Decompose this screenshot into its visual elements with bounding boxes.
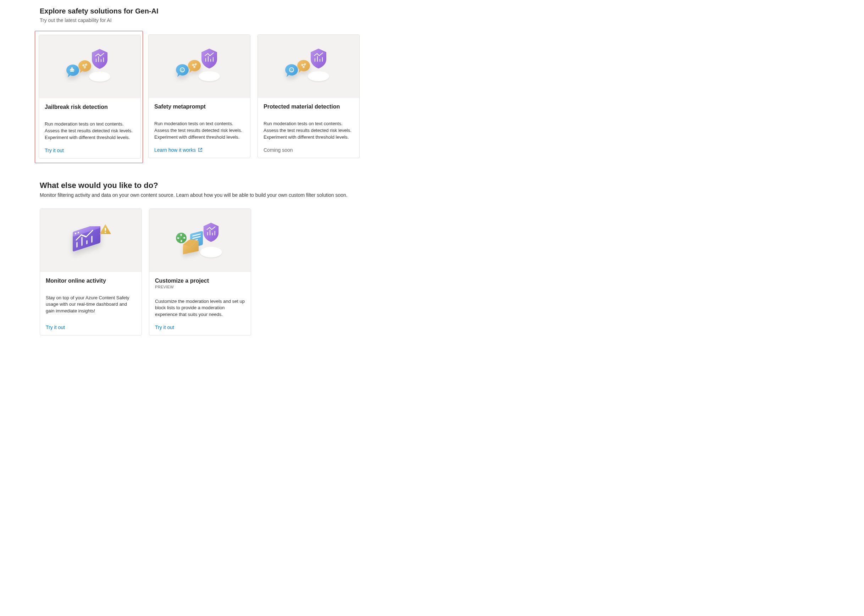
shield-icon xyxy=(90,48,110,69)
svg-rect-21 xyxy=(105,228,106,231)
shield-icon xyxy=(200,48,219,69)
card-description: Run moderation tests on text contents. A… xyxy=(45,121,135,141)
safety-icon-cluster: C xyxy=(280,45,337,88)
speech-bubble-icon: C xyxy=(284,63,299,79)
card-customize-project[interactable]: Customize a project PREVIEW Customize th… xyxy=(149,209,251,336)
section-subtitle: Try out the latest capability for AI xyxy=(14,17,850,23)
card-illustration xyxy=(40,209,141,272)
svg-point-37 xyxy=(180,237,183,239)
external-link-icon xyxy=(198,148,203,152)
card-protected-material[interactable]: C Protected material detection Run moder… xyxy=(258,35,360,158)
link-label: Learn how it works xyxy=(154,147,196,153)
section-title: What else would you like to do? xyxy=(14,181,850,190)
safety-icon-cluster xyxy=(61,46,118,88)
try-it-out-link[interactable]: Try it out xyxy=(45,148,135,153)
section-what-else: What else would you like to do? Monitor … xyxy=(14,181,850,336)
section-subtitle: Monitor filtering activity and data on y… xyxy=(14,192,850,198)
card-monitor-activity[interactable]: Monitor online activity Stay on top of y… xyxy=(40,209,142,336)
speech-bubble-icon xyxy=(65,63,80,79)
section-explore-safety: Explore safety solutions for Gen-AI Try … xyxy=(14,7,850,163)
gear-icon xyxy=(175,232,187,244)
card-title: Safety metaprompt xyxy=(154,104,244,110)
highlight-box: Jailbreak risk detection Run moderation … xyxy=(35,31,143,163)
card-description: Stay on top of your Azure Content Safety… xyxy=(46,295,136,315)
section-title: Explore safety solutions for Gen-AI xyxy=(14,7,850,15)
monitor-icon xyxy=(68,219,114,262)
card-title: Jailbreak risk detection xyxy=(45,104,135,110)
card-jailbreak[interactable]: Jailbreak risk detection Run moderation … xyxy=(39,35,141,159)
shield-icon xyxy=(309,48,328,69)
learn-how-link[interactable]: Learn how it works xyxy=(154,147,244,153)
try-it-out-link[interactable]: Try it out xyxy=(46,324,136,330)
svg-rect-6 xyxy=(71,68,73,69)
svg-point-4 xyxy=(71,70,72,71)
svg-point-22 xyxy=(105,232,106,233)
card-illustration xyxy=(149,209,251,272)
card-title: Customize a project xyxy=(155,278,245,284)
card-title: Monitor online activity xyxy=(46,278,136,284)
warning-icon xyxy=(98,223,112,237)
card-illustration: C xyxy=(149,35,250,98)
card-illustration xyxy=(39,35,140,98)
safety-icon-cluster: C xyxy=(171,45,228,88)
card-safety-metaprompt[interactable]: C Safety metaprompt Run moderation tests… xyxy=(148,35,250,158)
card-title: Protected material detection xyxy=(264,104,353,110)
svg-text:C: C xyxy=(291,68,293,72)
card-description: Customize the moderation levels and set … xyxy=(155,298,245,319)
coming-soon-label: Coming soon xyxy=(264,147,353,153)
svg-point-5 xyxy=(73,70,74,71)
speech-bubble-icon: C xyxy=(174,63,190,79)
svg-text:C: C xyxy=(181,68,184,72)
card-illustration: C xyxy=(258,35,359,98)
card-description: Run moderation tests on text contents. A… xyxy=(154,121,244,141)
card-description: Run moderation tests on text contents. A… xyxy=(264,121,353,141)
preview-badge: PREVIEW xyxy=(155,285,245,289)
try-it-out-link[interactable]: Try it out xyxy=(155,324,245,330)
customize-icon-cluster xyxy=(172,219,228,262)
